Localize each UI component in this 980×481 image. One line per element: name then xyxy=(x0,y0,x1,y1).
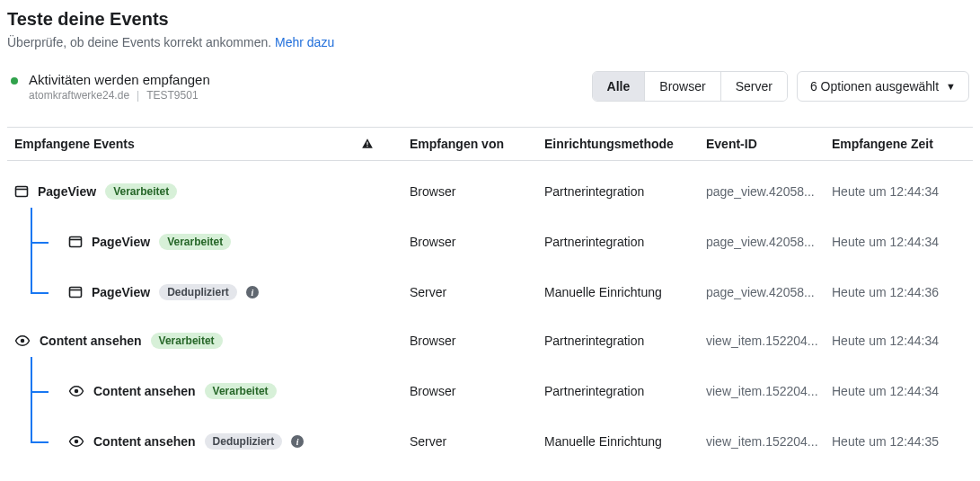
svg-rect-6 xyxy=(70,288,82,298)
eye-icon xyxy=(68,383,84,399)
window-icon xyxy=(68,285,83,299)
cell-id: view_item.152204... xyxy=(706,434,832,449)
col-event-header: Empfangene Events xyxy=(14,137,135,151)
status-badge: Verarbeitet xyxy=(151,333,223,349)
cell-from: Browser xyxy=(410,235,544,249)
status-badge: Verarbeitet xyxy=(105,183,177,200)
table-row[interactable]: PageViewVerarbeitetBrowserPartnerintegra… xyxy=(7,227,973,256)
eye-icon xyxy=(14,333,31,349)
cell-time: Heute um 12:44:34 xyxy=(832,384,966,398)
cell-method: Manuelle Einrichtung xyxy=(544,285,706,299)
cell-method: Partnerintegration xyxy=(544,235,706,249)
event-name: Content ansehen xyxy=(93,434,196,449)
filter-server-button[interactable]: Server xyxy=(720,72,787,101)
cell-id: page_view.42058... xyxy=(706,235,832,249)
svg-point-8 xyxy=(21,339,25,343)
event-name: Content ansehen xyxy=(93,384,196,398)
table-body: PageViewVerarbeitetBrowserPartnerintegra… xyxy=(7,161,973,459)
table-row[interactable]: Content ansehenVerarbeitetBrowserPartner… xyxy=(7,377,973,405)
warning-icon xyxy=(361,138,374,150)
svg-point-10 xyxy=(75,440,79,444)
table-row[interactable]: PageViewDedupliziert iServerManuelle Ein… xyxy=(7,278,973,307)
col-id-header: Event-ID xyxy=(706,137,832,151)
status-badge: Dedupliziert xyxy=(159,284,237,300)
cell-from: Browser xyxy=(410,384,544,398)
table-row[interactable]: PageViewVerarbeitetBrowserPartnerintegra… xyxy=(7,177,973,206)
event-name: PageView xyxy=(92,235,150,249)
cell-method: Partnerintegration xyxy=(544,384,706,398)
cell-method: Partnerintegration xyxy=(544,334,706,348)
cell-time: Heute um 12:44:36 xyxy=(832,285,966,299)
events-table: Empfangene Events Empfangen von Einricht… xyxy=(7,127,973,459)
svg-rect-0 xyxy=(366,142,367,146)
cell-from: Browser xyxy=(410,184,544,199)
status-badge: Verarbeitet xyxy=(159,234,231,250)
status-text: Aktivitäten werden empfangen xyxy=(29,72,210,87)
cell-id: view_item.152204... xyxy=(706,334,832,348)
subtitle-text: Überprüfe, ob deine Events korrekt ankom… xyxy=(7,35,275,49)
filter-all-button[interactable]: Alle xyxy=(593,72,645,101)
options-dropdown-button[interactable]: 6 Optionen ausgewählt ▼ xyxy=(797,71,969,102)
svg-rect-2 xyxy=(16,187,28,197)
col-method-header: Einrichtungsmethode xyxy=(544,137,706,151)
cell-method: Manuelle Einrichtung xyxy=(544,434,706,449)
cell-method: Partnerintegration xyxy=(544,184,706,199)
info-icon[interactable]: i xyxy=(246,286,259,298)
status-subtext: atomkraftwerke24.de|TEST9501 xyxy=(29,89,210,102)
svg-rect-4 xyxy=(70,237,82,247)
page-subtitle: Überprüfe, ob deine Events korrekt ankom… xyxy=(7,35,973,49)
learn-more-link[interactable]: Mehr dazu xyxy=(275,35,334,49)
table-row[interactable]: Content ansehenVerarbeitetBrowserPartner… xyxy=(7,326,973,355)
status-badge: Dedupliziert xyxy=(205,433,283,450)
window-icon xyxy=(14,184,29,199)
window-icon xyxy=(68,235,83,249)
event-name: PageView xyxy=(92,285,150,299)
info-icon[interactable]: i xyxy=(291,435,304,448)
cell-time: Heute um 12:44:34 xyxy=(832,235,966,249)
event-name: PageView xyxy=(38,184,96,199)
cell-id: page_view.42058... xyxy=(706,285,832,299)
status-badge: Verarbeitet xyxy=(205,383,277,399)
table-row[interactable]: Content ansehenDedupliziert iServerManue… xyxy=(7,427,973,456)
svg-point-9 xyxy=(75,389,79,394)
table-header: Empfangene Events Empfangen von Einricht… xyxy=(7,127,973,161)
cell-id: view_item.152204... xyxy=(706,384,832,398)
options-dropdown-label: 6 Optionen ausgewählt xyxy=(810,79,939,94)
eye-icon xyxy=(68,433,84,450)
filter-browser-button[interactable]: Browser xyxy=(644,72,720,101)
status-test-id: TEST9501 xyxy=(146,89,198,102)
cell-time: Heute um 12:44:35 xyxy=(832,434,966,449)
status-indicator-dot xyxy=(11,77,18,85)
event-group: PageViewVerarbeitetBrowserPartnerintegra… xyxy=(7,161,973,310)
cell-from: Browser xyxy=(410,334,544,348)
caret-down-icon: ▼ xyxy=(946,81,956,92)
col-time-header: Empfangene Zeit xyxy=(832,137,966,151)
col-from-header: Empfangen von xyxy=(410,137,544,151)
svg-rect-1 xyxy=(366,146,367,147)
cell-from: Server xyxy=(410,285,544,299)
event-name: Content ansehen xyxy=(40,334,142,348)
status-domain: atomkraftwerke24.de xyxy=(29,89,129,102)
cell-id: page_view.42058... xyxy=(706,184,832,199)
source-filter-group: Alle Browser Server xyxy=(592,71,788,102)
cell-time: Heute um 12:44:34 xyxy=(832,334,966,348)
event-group: Content ansehenVerarbeitetBrowserPartner… xyxy=(7,310,973,459)
cell-from: Server xyxy=(410,434,544,449)
cell-time: Heute um 12:44:34 xyxy=(832,184,966,199)
page-title: Teste deine Events xyxy=(7,9,973,30)
